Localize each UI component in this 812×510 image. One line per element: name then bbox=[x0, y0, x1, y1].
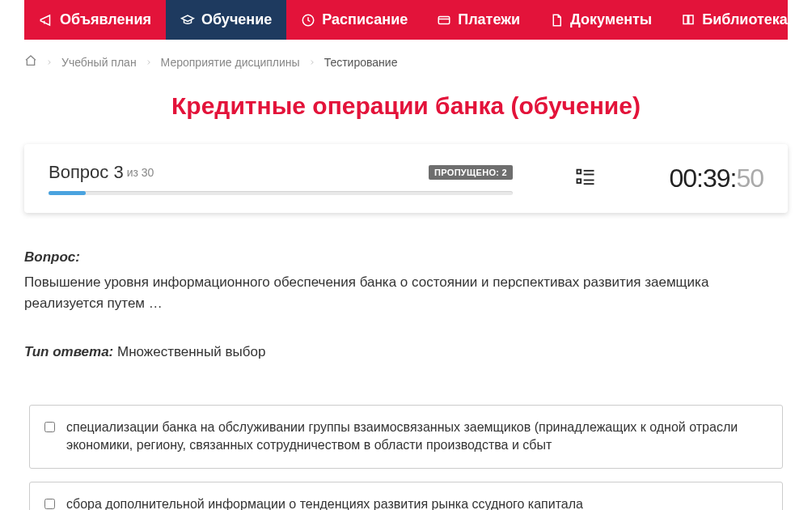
question-total-label: из 30 bbox=[127, 166, 154, 179]
breadcrumb-item[interactable]: Учебный план bbox=[61, 56, 137, 69]
nav-label: Объявления bbox=[60, 11, 151, 28]
breadcrumb: Учебный план Мероприятие дисциплины Тест… bbox=[0, 40, 812, 78]
nav-learning[interactable]: Обучение bbox=[166, 0, 286, 40]
book-icon bbox=[681, 13, 696, 28]
svg-rect-3 bbox=[577, 179, 582, 183]
chevron-down-icon bbox=[796, 15, 807, 26]
skipped-badge: ПРОПУЩЕНО: 2 bbox=[429, 165, 513, 180]
option-text: специализации банка на обслуживании груп… bbox=[66, 419, 768, 455]
page-title: Кредитные операции банка (обучение) bbox=[0, 78, 812, 144]
main-nav: Объявления Обучение Расписание Платежи Д… bbox=[24, 0, 788, 40]
card-icon bbox=[437, 13, 451, 28]
breadcrumb-item[interactable]: Мероприятие дисциплины bbox=[161, 56, 300, 69]
question-text: Повышение уровня информационного обеспеч… bbox=[24, 272, 788, 313]
doc-icon bbox=[549, 13, 564, 28]
question-label: Вопрос: bbox=[24, 249, 788, 266]
nav-label: Документы bbox=[570, 11, 652, 28]
chevron-right-icon bbox=[145, 56, 153, 69]
svg-rect-1 bbox=[438, 16, 450, 23]
breadcrumb-current: Тестирование bbox=[324, 56, 398, 69]
nav-payments[interactable]: Платежи bbox=[422, 0, 535, 40]
timer: 00:39:50 bbox=[669, 164, 763, 193]
nav-schedule[interactable]: Расписание bbox=[286, 0, 422, 40]
question-list-icon[interactable] bbox=[573, 166, 598, 191]
question-number-label: Вопрос 3 bbox=[49, 162, 124, 183]
options-list: специализации банка на обслуживании груп… bbox=[24, 405, 788, 510]
megaphone-icon bbox=[39, 13, 53, 28]
home-icon[interactable] bbox=[24, 54, 37, 70]
option-text: сбора дополнительной информации о тенден… bbox=[66, 495, 583, 510]
nav-announcements[interactable]: Объявления bbox=[24, 0, 166, 40]
timer-main: 00:39: bbox=[669, 164, 736, 193]
clock-icon bbox=[301, 13, 315, 28]
nav-label: Обучение bbox=[201, 11, 272, 28]
chevron-right-icon bbox=[308, 56, 316, 69]
progress-fill bbox=[49, 191, 86, 195]
nav-library[interactable]: Библиотека bbox=[666, 0, 812, 40]
answer-type-label: Тип ответа: bbox=[24, 344, 113, 359]
grad-cap-icon bbox=[180, 13, 195, 28]
chevron-right-icon bbox=[45, 56, 53, 69]
nav-label: Библиотека bbox=[702, 11, 788, 28]
option-item[interactable]: специализации банка на обслуживании груп… bbox=[29, 405, 783, 469]
timer-seconds: 50 bbox=[736, 164, 763, 193]
nav-documents[interactable]: Документы bbox=[535, 0, 666, 40]
option-checkbox[interactable] bbox=[44, 499, 55, 509]
quiz-status-card: Вопрос 3 из 30 ПРОПУЩЕНО: 2 bbox=[24, 144, 788, 213]
nav-label: Расписание bbox=[322, 11, 408, 28]
option-item[interactable]: сбора дополнительной информации о тенден… bbox=[29, 482, 783, 510]
answer-type-value: Множественный выбор bbox=[117, 344, 265, 359]
option-checkbox[interactable] bbox=[44, 422, 55, 432]
nav-label: Платежи bbox=[458, 11, 520, 28]
progress-bar bbox=[49, 191, 513, 195]
svg-rect-2 bbox=[577, 170, 582, 174]
